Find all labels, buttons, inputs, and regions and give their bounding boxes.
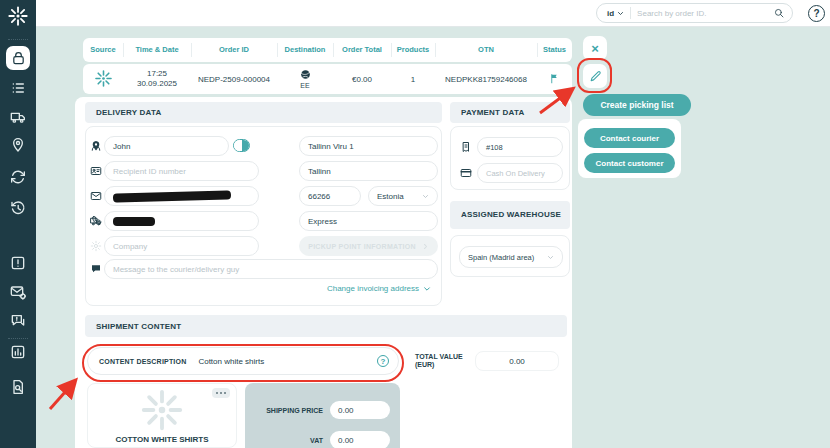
sidebar-divider — [8, 338, 28, 339]
chevron-down-icon — [547, 254, 554, 261]
assigned-warehouse-header: ASSIGNED WAREHOUSE — [450, 201, 570, 229]
close-panel-button[interactable]: × — [583, 36, 607, 60]
shipping-price-field[interactable]: 0.00 — [330, 401, 390, 419]
support-chat-icon[interactable] — [10, 313, 26, 329]
assigned-warehouse-form: Spain (Madrid area) — [450, 235, 570, 277]
street-field[interactable]: Tallinn Viru 1 — [299, 136, 438, 156]
product-card[interactable]: COTTON WHITE SHIRTS — [87, 383, 237, 448]
brand-logo-icon[interactable] — [7, 5, 29, 27]
warehouse-select[interactable]: Spain (Madrid area) — [459, 246, 563, 268]
sync-icon[interactable] — [10, 169, 26, 185]
col-source[interactable]: Source — [83, 38, 123, 62]
search-icon[interactable] — [774, 8, 784, 18]
search-filter-select[interactable]: id — [597, 9, 614, 18]
payment-data-form: #108 Cash On Delivery — [450, 126, 570, 190]
help-button[interactable]: ? — [808, 5, 825, 22]
order-list-icon[interactable] — [10, 80, 26, 96]
contact-actions-card: Contact courier Contact customer — [578, 119, 681, 178]
product-menu-button[interactable] — [212, 388, 230, 398]
phone-field[interactable] — [104, 211, 259, 231]
change-invoicing-address-link[interactable]: Change invoicing address — [327, 284, 431, 293]
col-order-total[interactable]: Order Total — [333, 38, 391, 62]
location-pin-icon — [90, 140, 102, 152]
document-search-icon[interactable] — [10, 379, 26, 395]
payment-order-number-field[interactable]: #108 — [477, 137, 563, 157]
total-value-label: TOTAL VALUE (EUR) — [407, 353, 475, 370]
order-search: id Search by order ID. — [596, 3, 793, 23]
shipping-price-label: SHIPPING PRICE — [245, 407, 323, 414]
orders-bag-icon — [11, 51, 26, 66]
shipments-truck-icon[interactable] — [10, 109, 26, 125]
status-flag-icon[interactable] — [549, 73, 560, 84]
destination-code: EE — [277, 82, 333, 89]
company-field[interactable]: Company — [104, 236, 259, 256]
total-value-field[interactable]: 0.00 — [475, 351, 559, 371]
col-products[interactable]: Products — [391, 38, 435, 62]
courier-message-field[interactable]: Message to the courier/delivery guy — [104, 259, 438, 279]
country-select[interactable]: Estonia — [368, 186, 438, 206]
topbar: id Search by order ID. ? — [36, 0, 830, 27]
source-brand-icon — [94, 69, 113, 88]
content-description-help-icon[interactable]: ? — [377, 355, 389, 367]
order-total: €0.00 — [333, 75, 391, 84]
contact-courier-button[interactable]: Contact courier — [584, 128, 675, 148]
history-icon[interactable] — [10, 200, 26, 216]
sidebar — [0, 0, 36, 448]
globe-icon — [300, 69, 311, 80]
chevron-down-icon — [423, 285, 431, 293]
orders-table-header: Source Time & Date Order ID Destination … — [83, 38, 572, 62]
recipient-id-field[interactable]: Recipient ID number — [104, 161, 259, 181]
chevron-down-icon[interactable] — [617, 10, 624, 17]
redacted-phone — [113, 217, 155, 226]
analytics-icon[interactable] — [10, 344, 26, 360]
product-price-panel: SHIPPING PRICE 0.00 VAT 0.00 — [245, 383, 400, 448]
courier-truck-icon — [90, 215, 102, 227]
content-description-label: CONTENT DESCRIPTION — [88, 358, 186, 365]
content-description-row: CONTENT DESCRIPTION Cotton white shirts … — [87, 347, 399, 375]
shipment-content-header: SHIPMENT CONTENT — [85, 315, 567, 337]
warehouse-value: Spain (Madrid area) — [468, 253, 534, 262]
content-description-field[interactable]: Cotton white shirts — [198, 357, 377, 366]
gear-icon — [90, 240, 102, 252]
redacted-email — [113, 190, 231, 202]
pencil-icon — [589, 70, 602, 83]
search-input[interactable]: Search by order ID. — [637, 9, 774, 18]
tracking-pin-icon[interactable] — [10, 137, 26, 153]
alerts-icon[interactable] — [10, 255, 26, 271]
payment-method-field[interactable]: Cash On Delivery — [477, 163, 563, 183]
order-row[interactable]: 17:25 30.09.2025 NEDP-2509-000004 EE €0.… — [83, 64, 572, 94]
chevron-down-icon — [422, 193, 429, 200]
vat-field[interactable]: 0.00 — [330, 431, 390, 448]
col-otn[interactable]: OTN — [435, 38, 537, 62]
sidebar-item-orders[interactable] — [6, 46, 30, 70]
chevron-right-icon — [422, 243, 429, 250]
country-value: Estonia — [377, 192, 404, 201]
col-time-date[interactable]: Time & Date — [123, 38, 191, 62]
product-placeholder-image — [139, 387, 185, 433]
id-card-icon — [90, 165, 102, 177]
order-id: NEDP-2509-000004 — [191, 75, 277, 84]
contact-customer-button[interactable]: Contact customer — [584, 153, 675, 173]
city-field[interactable]: Tallinn — [299, 161, 438, 181]
edit-order-button[interactable] — [583, 64, 607, 88]
col-status[interactable]: Status — [537, 38, 572, 62]
pickup-point-button: PICKUP POINT INFORMATION — [299, 236, 438, 256]
postal-code-field[interactable]: 66266 — [299, 186, 361, 206]
pickup-point-label: PICKUP POINT INFORMATION — [308, 243, 416, 250]
order-management-app: id Search by order ID. ? Source Time & D… — [0, 0, 830, 448]
payment-data-header: PAYMENT DATA — [450, 102, 570, 123]
recipient-toggle[interactable] — [233, 139, 250, 152]
col-order-id[interactable]: Order ID — [191, 38, 277, 62]
recipient-name-field[interactable]: John — [104, 136, 229, 156]
mail-settings-icon[interactable] — [10, 284, 26, 300]
order-date: 30.09.2025 — [123, 79, 191, 89]
col-destination[interactable]: Destination — [277, 38, 333, 62]
email-field[interactable] — [104, 186, 259, 206]
order-detail-panel: DELIVERY DATA John Tallinn Viru 1 Recipi… — [75, 97, 572, 448]
delivery-data-header: DELIVERY DATA — [85, 102, 442, 123]
vat-label: VAT — [245, 437, 323, 444]
products-count: 1 — [391, 75, 435, 84]
shipping-method-field[interactable]: Express — [299, 211, 438, 231]
create-picking-list-button[interactable]: Create picking list — [583, 94, 691, 116]
email-icon — [90, 190, 102, 202]
